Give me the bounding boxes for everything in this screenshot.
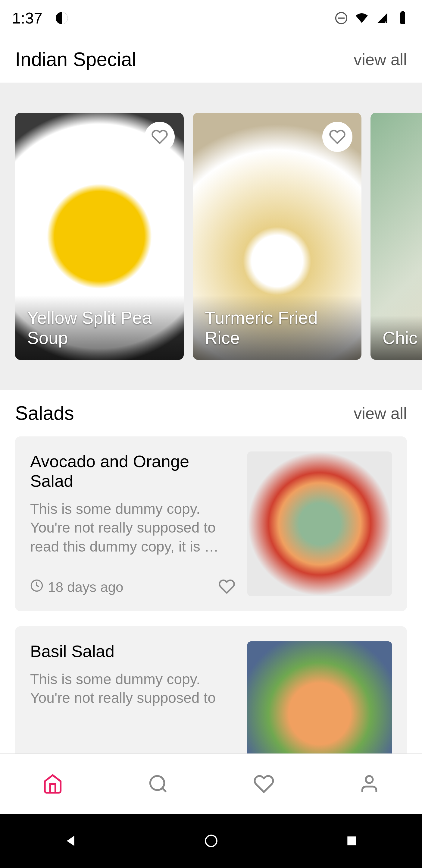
nav-profile[interactable] [351, 766, 387, 802]
salad-title: Basil Salad [30, 641, 235, 661]
system-recents[interactable] [340, 829, 364, 853]
section-title: Indian Special [15, 48, 136, 70]
wifi-icon [355, 11, 369, 25]
recipe-title: Chic [383, 328, 422, 348]
svg-point-7 [150, 776, 164, 790]
system-home[interactable] [199, 829, 223, 853]
salads-list: Avocado and Orange Salad This is some du… [0, 436, 422, 753]
status-right: x [334, 11, 410, 25]
section-title: Salads [15, 402, 74, 424]
status-time: 1:37 [12, 9, 42, 27]
recipe-title: Yellow Split Pea Soup [27, 307, 172, 348]
system-back[interactable] [59, 829, 83, 853]
nav-home[interactable] [35, 766, 71, 802]
favorite-button[interactable] [218, 578, 235, 596]
signal-icon: x [375, 11, 389, 25]
svg-point-10 [205, 835, 217, 846]
salad-meta: 18 days ago [30, 578, 235, 596]
recipe-card[interactable]: Chic [370, 113, 422, 360]
indian-special-carousel[interactable]: Yellow Split Pea Soup Turmeric Fried Ric… [0, 83, 422, 390]
salad-time-text: 18 days ago [48, 579, 124, 595]
salad-item[interactable]: Avocado and Orange Salad This is some du… [15, 436, 407, 611]
status-bar: 1:37 x [0, 0, 422, 36]
bottom-nav [0, 753, 422, 814]
salad-description: This is some dummy copy. You're not real… [30, 670, 235, 753]
svg-rect-11 [347, 836, 356, 845]
view-all-link[interactable]: view all [354, 50, 407, 69]
recipe-card[interactable]: Turmeric Fried Rice [193, 113, 361, 360]
favorite-button[interactable] [322, 122, 352, 152]
favorite-button[interactable] [144, 122, 175, 152]
nav-search[interactable] [140, 766, 176, 802]
salad-item[interactable]: Basil Salad This is some dummy copy. You… [15, 626, 407, 753]
card-overlay: Chic [370, 315, 422, 360]
salad-image [247, 452, 392, 596]
svg-line-8 [162, 788, 166, 792]
recipe-title: Turmeric Fried Rice [205, 307, 349, 348]
card-overlay: Yellow Split Pea Soup [15, 296, 184, 360]
system-nav [0, 814, 422, 868]
recipe-card[interactable]: Yellow Split Pea Soup [15, 113, 184, 360]
svg-text:x: x [384, 19, 387, 24]
salad-image [247, 641, 392, 753]
card-overlay: Turmeric Fried Rice [193, 296, 361, 360]
nav-favorites[interactable] [246, 766, 282, 802]
status-left: 1:37 [12, 9, 69, 27]
app-icon [55, 11, 69, 25]
salad-description: This is some dummy copy. You're not real… [30, 500, 235, 569]
svg-rect-5 [401, 11, 404, 13]
salad-time-row: 18 days ago [30, 579, 124, 595]
salad-content: Basil Salad This is some dummy copy. You… [30, 641, 235, 753]
section-header-indian-special: Indian Special view all [0, 36, 422, 83]
svg-rect-4 [400, 12, 405, 24]
clock-icon [30, 579, 43, 595]
view-all-link[interactable]: view all [354, 404, 407, 423]
section-header-salads: Salads view all [0, 390, 422, 436]
svg-point-9 [366, 776, 372, 783]
dnd-icon [334, 11, 349, 25]
salad-title: Avocado and Orange Salad [30, 452, 235, 491]
battery-icon [395, 11, 410, 25]
salad-content: Avocado and Orange Salad This is some du… [30, 452, 235, 596]
